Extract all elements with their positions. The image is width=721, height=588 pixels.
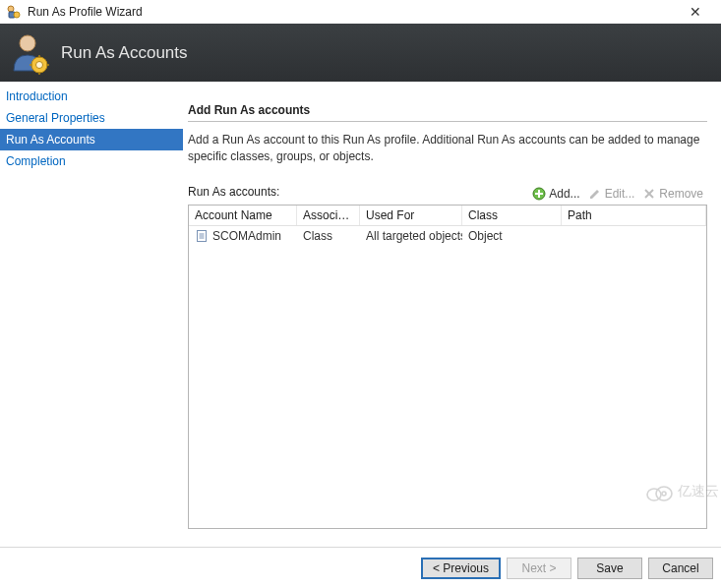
cell-association: Class [297, 226, 360, 246]
svg-point-9 [36, 61, 43, 68]
window-title: Run As Profile Wizard [28, 5, 676, 19]
add-label: Add... [549, 187, 579, 201]
heading-divider [188, 121, 707, 122]
wizard-banner: Run As Accounts [0, 24, 721, 82]
previous-button[interactable]: < Previous [421, 558, 501, 579]
page-description: Add a Run As account to this Run As prof… [188, 132, 707, 165]
save-button[interactable]: Save [577, 558, 642, 579]
wizard-footer: < Previous Next > Save Cancel [0, 547, 721, 588]
next-button[interactable]: Next > [507, 558, 571, 579]
svg-point-3 [20, 35, 35, 51]
add-button[interactable]: Add... [528, 186, 583, 202]
remove-button[interactable]: Remove [638, 186, 707, 202]
col-used-for[interactable]: Used For [360, 206, 462, 225]
nav-run-as-accounts[interactable]: Run As Accounts [0, 129, 183, 150]
add-icon [532, 187, 546, 201]
close-button[interactable]: ✕ [676, 4, 715, 20]
col-account-name[interactable]: Account Name [189, 206, 297, 225]
runas-user-icon [10, 31, 49, 75]
col-path[interactable]: Path [562, 206, 706, 225]
wizard-icon [6, 4, 22, 20]
table-row[interactable]: SCOMAdmin Class All targeted objects Obj… [189, 226, 706, 246]
cancel-button[interactable]: Cancel [648, 558, 713, 579]
cell-class: Object [462, 226, 562, 246]
page-heading: Add Run As accounts [188, 103, 707, 117]
grid-header: Account Name Association Used For Class … [189, 206, 706, 226]
svg-rect-12 [535, 193, 543, 195]
cell-account-name: SCOMAdmin [212, 229, 281, 243]
col-class[interactable]: Class [462, 206, 562, 225]
remove-x-icon [642, 187, 656, 201]
nav-completion[interactable]: Completion [0, 150, 183, 172]
cell-used-for: All targeted objects [360, 226, 462, 246]
title-bar: Run As Profile Wizard ✕ [0, 0, 721, 24]
svg-point-0 [8, 6, 14, 12]
accounts-grid[interactable]: Account Name Association Used For Class … [188, 205, 707, 529]
col-association[interactable]: Association [297, 206, 360, 225]
content-area: Introduction General Properties Run As A… [0, 82, 721, 547]
list-toolbar: Run As accounts: Add... [188, 185, 707, 203]
edit-pencil-icon [588, 187, 602, 201]
edit-label: Edit... [605, 187, 635, 201]
edit-button[interactable]: Edit... [584, 186, 639, 202]
nav-general-properties[interactable]: General Properties [0, 107, 183, 129]
banner-heading: Run As Accounts [61, 43, 188, 63]
nav-introduction[interactable]: Introduction [0, 86, 183, 107]
svg-point-2 [14, 12, 20, 18]
account-doc-icon [195, 229, 209, 243]
wizard-nav: Introduction General Properties Run As A… [0, 82, 184, 547]
list-label: Run As accounts: [188, 185, 279, 199]
remove-label: Remove [659, 187, 703, 201]
main-panel: Add Run As accounts Add a Run As account… [184, 82, 721, 547]
cell-path [562, 226, 706, 246]
